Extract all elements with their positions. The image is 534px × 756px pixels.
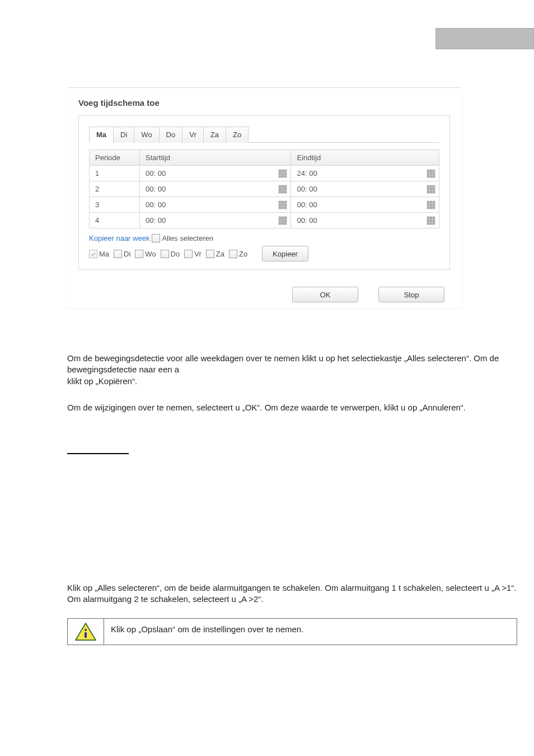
tab-label: Do xyxy=(166,130,176,139)
tab-label: Ma xyxy=(96,130,106,139)
start-cell[interactable]: 00: 00 xyxy=(140,197,291,213)
end-cell[interactable]: 00: 00 xyxy=(291,213,439,228)
copy-button[interactable]: Kopieer xyxy=(262,246,308,262)
svg-rect-54 xyxy=(279,217,281,219)
svg-rect-28 xyxy=(430,185,432,188)
svg-rect-51 xyxy=(427,207,429,209)
dialog-title: Voeg tijdschema toe xyxy=(67,88,461,115)
copy-day-zo[interactable]: Zo xyxy=(229,250,247,258)
table-row: 3 00: 00 00: 00 xyxy=(90,197,439,213)
svg-rect-39 xyxy=(279,204,281,206)
svg-rect-29 xyxy=(433,185,435,188)
info-icon xyxy=(68,619,104,645)
day-tabs: Ma Di Wo Do Vr Za Zo xyxy=(89,126,439,143)
svg-rect-45 xyxy=(427,201,429,203)
time-value: 00: 00 xyxy=(146,216,166,225)
select-all-checkbox[interactable]: Alles selecteren xyxy=(152,234,213,242)
tab-vr[interactable]: Vr xyxy=(182,127,204,143)
time-picker-icon[interactable] xyxy=(278,200,287,209)
time-value: 00: 00 xyxy=(297,200,317,209)
copy-day-do[interactable]: Do xyxy=(161,250,180,258)
time-value: 00: 00 xyxy=(297,185,317,193)
svg-rect-35 xyxy=(433,191,435,193)
periode-cell: 3 xyxy=(90,197,140,213)
svg-rect-25 xyxy=(282,191,284,193)
table-row: 2 00: 00 00: 00 xyxy=(90,181,439,197)
svg-rect-44 xyxy=(284,207,287,209)
stop-label: Stop xyxy=(404,291,419,299)
tab-di[interactable]: Di xyxy=(113,127,134,143)
time-value: 24: 00 xyxy=(297,169,317,178)
svg-rect-57 xyxy=(279,220,281,222)
tab-label: Wo xyxy=(141,130,152,139)
svg-rect-18 xyxy=(279,185,281,188)
time-picker-icon[interactable] xyxy=(427,216,435,225)
svg-rect-73 xyxy=(85,632,87,638)
svg-rect-69 xyxy=(427,222,429,225)
svg-rect-58 xyxy=(282,220,284,222)
svg-rect-53 xyxy=(433,207,435,209)
svg-rect-5 xyxy=(284,172,287,175)
svg-rect-31 xyxy=(430,188,432,190)
tab-zo[interactable]: Zo xyxy=(226,127,249,143)
svg-rect-19 xyxy=(282,185,284,188)
svg-rect-56 xyxy=(284,217,287,219)
tab-label: Vr xyxy=(189,130,196,139)
time-value: 00: 00 xyxy=(297,216,317,225)
svg-rect-52 xyxy=(430,207,432,209)
dialog-button-row: OK Stop xyxy=(67,279,461,302)
start-cell[interactable]: 00: 00 xyxy=(140,213,291,228)
copy-day-za[interactable]: Za xyxy=(206,250,224,258)
svg-rect-49 xyxy=(430,204,432,206)
svg-rect-6 xyxy=(279,175,281,178)
time-picker-icon[interactable] xyxy=(278,216,287,225)
copy-day-vr[interactable]: Vr xyxy=(184,250,202,258)
tab-wo[interactable]: Wo xyxy=(134,127,159,143)
copy-day-wo[interactable]: Wo xyxy=(135,250,156,258)
time-picker-icon[interactable] xyxy=(427,200,435,209)
time-picker-icon[interactable] xyxy=(278,169,287,178)
paragraph-1: Om de bewegingsdetectie voor alle weekda… xyxy=(67,353,517,387)
svg-rect-11 xyxy=(433,170,435,172)
time-picker-icon[interactable] xyxy=(427,169,435,178)
svg-rect-40 xyxy=(282,204,284,206)
svg-rect-23 xyxy=(284,188,287,190)
start-cell[interactable]: 00: 00 xyxy=(140,166,291,181)
paragraph-3: Klik op „Alles selecteren“, om de beide … xyxy=(67,582,517,605)
tab-do[interactable]: Do xyxy=(159,127,183,143)
svg-rect-63 xyxy=(427,217,429,219)
svg-rect-71 xyxy=(433,222,435,225)
ok-button[interactable]: OK xyxy=(292,287,358,302)
col-periode: Periode xyxy=(90,150,140,166)
svg-rect-70 xyxy=(430,222,432,225)
svg-rect-21 xyxy=(279,188,281,190)
svg-rect-65 xyxy=(433,217,435,219)
svg-rect-17 xyxy=(433,175,435,178)
tab-label: Zo xyxy=(233,130,241,139)
svg-rect-0 xyxy=(279,170,281,172)
paragraph-2: Om de wijzigingen over te nemen, selecte… xyxy=(67,402,517,413)
svg-rect-38 xyxy=(284,201,287,203)
time-picker-icon[interactable] xyxy=(427,185,435,194)
end-cell[interactable]: 00: 00 xyxy=(291,197,439,213)
day-label: Do xyxy=(171,250,180,258)
svg-rect-36 xyxy=(279,201,281,203)
header-placeholder xyxy=(435,28,534,49)
svg-rect-24 xyxy=(279,191,281,193)
start-cell[interactable]: 00: 00 xyxy=(140,181,291,197)
svg-rect-50 xyxy=(433,204,435,206)
svg-rect-59 xyxy=(284,220,287,222)
end-cell[interactable]: 24: 00 xyxy=(291,166,439,181)
end-cell[interactable]: 00: 00 xyxy=(291,181,439,197)
svg-rect-9 xyxy=(427,170,429,172)
copy-day-di[interactable]: Di xyxy=(114,250,130,258)
tab-ma[interactable]: Ma xyxy=(89,127,114,143)
time-value: 00: 00 xyxy=(146,200,166,209)
schedule-table: Periode Starttijd Eindtijd 1 00: 00 24: … xyxy=(89,150,439,228)
copy-to-week-link[interactable]: Kopieer naar week xyxy=(89,234,149,242)
svg-rect-1 xyxy=(282,170,284,172)
copy-day-ma[interactable]: Ma xyxy=(89,250,109,258)
time-picker-icon[interactable] xyxy=(278,185,287,194)
stop-button[interactable]: Stop xyxy=(378,287,444,302)
tab-za[interactable]: Za xyxy=(203,127,226,143)
